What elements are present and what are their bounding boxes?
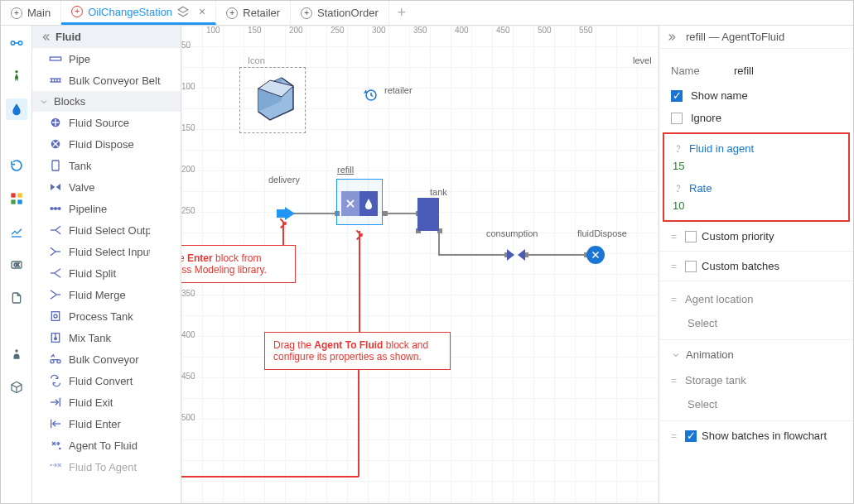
- show-batches-checkbox[interactable]: ✓: [685, 430, 697, 442]
- agent-location-select[interactable]: Select: [671, 314, 842, 336]
- valve-block[interactable]: [507, 247, 525, 262]
- editor-tabs: + Main + OilChangeStation × + Retailer +…: [1, 1, 853, 26]
- svg-point-48: [54, 314, 57, 318]
- storage-tank-select[interactable]: Select: [671, 395, 842, 417]
- close-icon[interactable]: ×: [199, 5, 205, 18]
- svg-rect-5: [11, 193, 15, 197]
- drag-handle-icon: =: [671, 231, 677, 242]
- tab-main[interactable]: + Main: [1, 1, 61, 25]
- query-icon: [673, 183, 684, 194]
- show-name-checkbox[interactable]: ✓: [671, 90, 683, 102]
- svg-point-62: [59, 448, 61, 450]
- tank-label: tank: [430, 187, 447, 197]
- palette-item-label: Pipeline: [69, 203, 107, 215]
- svg-line-36: [55, 226, 60, 230]
- icon-frame[interactable]: [239, 67, 306, 133]
- rail-process[interactable]: [6, 32, 27, 54]
- svg-rect-15: [50, 57, 60, 60]
- tab-oilchangestation[interactable]: + OilChangeStation ×: [61, 1, 216, 25]
- palette-mix-tank[interactable]: Mix Tank: [32, 327, 181, 348]
- chevron-down-icon: [39, 97, 49, 107]
- add-tab-button[interactable]: +: [389, 1, 414, 25]
- tab-stationorder[interactable]: + StationOrder: [291, 1, 389, 25]
- svg-line-38: [51, 247, 55, 252]
- palette-fluid-split[interactable]: Fluid Split: [32, 262, 181, 284]
- palette-fluid-merge[interactable]: Fluid Merge: [32, 284, 181, 305]
- palette-pipe[interactable]: Pipe: [32, 48, 181, 70]
- custom-priority-checkbox[interactable]: [685, 231, 697, 242]
- ignore-checkbox[interactable]: [671, 113, 683, 124]
- palette: Fluid Pipe Bulk Conveyor Belt Blocks Flu…: [32, 26, 181, 503]
- canvas[interactable]: 100150200250300350400450500550 501001502…: [181, 26, 659, 503]
- tab-label: StationOrder: [317, 7, 379, 19]
- palette-fluid-exit[interactable]: Fluid Exit: [32, 391, 181, 413]
- palette-header[interactable]: Fluid: [32, 26, 181, 48]
- rail-controls[interactable]: OK: [6, 254, 27, 276]
- palette-blocks-group[interactable]: Blocks: [32, 91, 181, 112]
- refill-block[interactable]: [336, 179, 383, 225]
- svg-line-42: [55, 269, 60, 273]
- palette-item-label: Fluid Convert: [69, 375, 133, 387]
- chevron-left-icon: [39, 31, 51, 43]
- belt-icon: [49, 74, 62, 87]
- rail-analysis[interactable]: [6, 221, 27, 242]
- palette-belt[interactable]: Bulk Conveyor Belt: [32, 70, 181, 91]
- clock-reset-icon[interactable]: [364, 88, 379, 103]
- palette-fluid-enter[interactable]: Fluid Enter: [32, 413, 181, 434]
- palette-fluid-to-agent[interactable]: Fluid To Agent: [32, 456, 181, 478]
- svg-rect-47: [51, 312, 59, 321]
- svg-marker-75: [518, 249, 525, 261]
- rail-agent[interactable]: [6, 343, 27, 365]
- rail-refresh[interactable]: [6, 155, 27, 176]
- palette-item-label: Fluid Source: [69, 117, 129, 129]
- palette-fluid-source[interactable]: Fluid Source: [32, 112, 181, 133]
- tank-block[interactable]: [417, 198, 439, 231]
- dispose-block[interactable]: [586, 246, 605, 264]
- agent-icon: +: [71, 6, 83, 17]
- svg-text:OK: OK: [13, 263, 20, 267]
- palette-fluid-select-input[interactable]: Fluid Select Input: [32, 241, 181, 262]
- layers-icon[interactable]: [177, 6, 189, 17]
- fluid-in-agent-input[interactable]: 15: [673, 156, 840, 180]
- palette-fluid-dispose[interactable]: Fluid Dispose: [32, 133, 181, 155]
- merge-icon: [49, 288, 62, 301]
- palette-item-label: Fluid Select Input: [69, 246, 150, 258]
- palette-bulk-conveyor[interactable]: Bulk Conveyor: [32, 348, 181, 370]
- palette-valve[interactable]: Valve: [32, 176, 181, 198]
- palette-pipeline[interactable]: Pipeline: [32, 198, 181, 219]
- name-input[interactable]: refill: [729, 62, 842, 79]
- rail-statechart[interactable]: [6, 188, 27, 209]
- custom-priority-label: Custom priority: [702, 230, 774, 242]
- refill-label[interactable]: refill: [337, 165, 354, 175]
- rate-input[interactable]: 10: [673, 196, 840, 214]
- rail-3d[interactable]: [6, 377, 27, 398]
- palette-item-label: Fluid Select Output: [69, 224, 150, 237]
- palette-fluid-select-output[interactable]: Fluid Select Output: [32, 219, 181, 241]
- show-batches-label: Show batches in flowchart: [702, 430, 827, 442]
- pipeline-icon: [49, 202, 62, 215]
- palette-item-label: Bulk Conveyor Belt: [69, 74, 161, 87]
- palette-fluid-convert[interactable]: Fluid Convert: [32, 370, 181, 391]
- animation-section[interactable]: Animation: [671, 343, 842, 366]
- svg-point-63: [50, 464, 52, 467]
- tab-retailer[interactable]: + Retailer: [216, 1, 291, 25]
- rail-presentation[interactable]: [6, 287, 27, 309]
- palette-item-label: Fluid Merge: [69, 289, 126, 301]
- svg-marker-0: [178, 7, 188, 12]
- svg-marker-29: [56, 184, 60, 190]
- rail-pedestrian[interactable]: [6, 65, 27, 87]
- palette-item-label: Fluid Exit: [69, 396, 113, 409]
- palette-agent-to-fluid[interactable]: Agent To Fluid: [32, 434, 181, 456]
- properties-title: refill — AgentToFluid: [686, 31, 784, 43]
- palette-process-tank[interactable]: Process Tank: [32, 305, 181, 327]
- svg-point-2: [18, 41, 22, 46]
- palette-item-label: Bulk Conveyor: [69, 353, 139, 366]
- exit-icon: [49, 396, 62, 409]
- delivery-label: delivery: [268, 175, 300, 185]
- rail-fluid[interactable]: [6, 98, 27, 120]
- custom-batches-checkbox[interactable]: [685, 261, 697, 272]
- source-icon: [49, 116, 62, 129]
- chevron-right-icon[interactable]: [668, 31, 679, 43]
- palette-tank[interactable]: Tank: [32, 155, 181, 176]
- svg-rect-6: [17, 193, 22, 197]
